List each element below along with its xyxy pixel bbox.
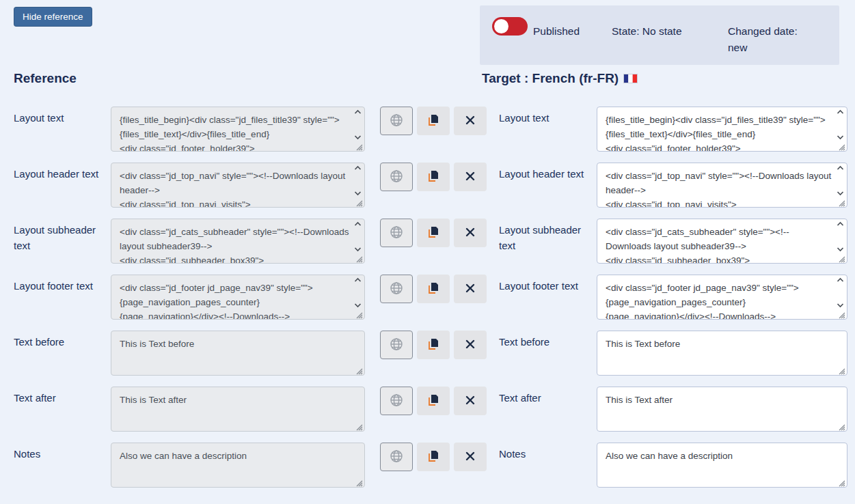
chevron-down-icon[interactable] — [837, 191, 844, 196]
reference-textarea[interactable]: This is Text after — [111, 387, 365, 432]
hide-reference-button[interactable]: Hide reference — [14, 7, 92, 27]
copy-icon — [426, 169, 441, 186]
reference-heading: Reference — [14, 71, 77, 86]
resize-grip-icon[interactable] — [355, 309, 363, 318]
x-icon — [465, 227, 475, 239]
chevron-up-icon[interactable] — [354, 277, 362, 283]
translate-globe-button[interactable] — [380, 163, 413, 191]
target-textarea[interactable]: Also we can have a description — [597, 443, 847, 488]
textarea-scrollbar[interactable] — [353, 109, 363, 140]
resize-grip-icon[interactable] — [355, 197, 363, 206]
reference-textarea[interactable]: This is Text before — [111, 331, 365, 376]
resize-grip-icon[interactable] — [837, 141, 845, 150]
target-textarea[interactable]: <div class="jd_cats_subheader" style="">… — [597, 219, 847, 264]
globe-icon — [390, 281, 403, 297]
chevron-down-icon[interactable] — [837, 135, 844, 140]
globe-icon — [390, 337, 403, 353]
state-text: State: No state — [612, 23, 682, 40]
resize-grip-icon[interactable] — [837, 309, 845, 318]
resize-grip-icon[interactable] — [355, 421, 363, 430]
x-icon — [465, 339, 475, 351]
clear-field-button[interactable] — [454, 275, 487, 303]
copy-icon — [426, 281, 441, 298]
chevron-up-icon[interactable] — [837, 109, 844, 115]
globe-icon — [390, 393, 403, 409]
translation-rows: Layout text {files_title_begin}<div clas… — [0, 101, 855, 488]
target-textarea[interactable]: <div class="jd_top_navi" style=""><!--Do… — [597, 163, 847, 208]
reference-field-label: Notes — [14, 443, 111, 462]
chevron-down-icon[interactable] — [354, 303, 362, 308]
textarea-scrollbar[interactable] — [353, 165, 363, 196]
textarea-scrollbar[interactable] — [353, 221, 363, 252]
textarea-scrollbar[interactable] — [835, 221, 845, 252]
chevron-down-icon[interactable] — [354, 135, 362, 140]
textarea-scrollbar[interactable] — [835, 277, 845, 308]
copy-reference-button[interactable] — [417, 443, 450, 471]
target-textarea[interactable]: This is Text after — [597, 387, 847, 432]
chevron-up-icon[interactable] — [354, 165, 362, 171]
textarea-scrollbar[interactable] — [353, 277, 363, 308]
reference-textarea[interactable]: <div class="jd_top_navi" style=""><!--Do… — [111, 163, 365, 208]
resize-grip-icon[interactable] — [837, 197, 845, 206]
globe-icon — [390, 225, 403, 241]
reference-textarea[interactable]: <div class="jd_cats_subheader" style="">… — [111, 219, 365, 264]
target-textarea[interactable]: {files_title_begin}<div class="jd_files_… — [597, 107, 847, 152]
chevron-up-icon[interactable] — [354, 109, 362, 115]
clear-field-button[interactable] — [454, 387, 487, 415]
published-toggle[interactable] — [492, 17, 528, 36]
reference-textarea[interactable]: Also we can have a description — [111, 443, 365, 488]
textarea-scrollbar[interactable] — [835, 165, 845, 196]
resize-grip-icon[interactable] — [355, 477, 363, 486]
target-textarea[interactable]: This is Text before — [597, 331, 847, 376]
clear-field-button[interactable] — [454, 107, 487, 135]
translate-globe-button[interactable] — [380, 107, 413, 135]
reference-field-label: Layout header text — [14, 163, 111, 182]
resize-grip-icon[interactable] — [837, 365, 845, 374]
target-field-label: Text after — [499, 387, 597, 406]
chevron-up-icon[interactable] — [837, 221, 844, 227]
resize-grip-icon[interactable] — [837, 477, 845, 486]
reference-textarea[interactable]: {files_title_begin}<div class="jd_files_… — [111, 107, 365, 152]
target-textarea[interactable]: <div class="jd_footer jd_page_nav39" sty… — [597, 275, 847, 320]
translation-row: Notes Also we can have a description — [14, 443, 847, 488]
clear-field-button[interactable] — [454, 219, 487, 247]
translate-globe-button[interactable] — [380, 387, 413, 415]
target-field-label: Layout subheader text — [499, 219, 597, 254]
chevron-up-icon[interactable] — [354, 221, 362, 227]
resize-grip-icon[interactable] — [355, 365, 363, 374]
copy-reference-button[interactable] — [417, 275, 450, 303]
chevron-up-icon[interactable] — [837, 277, 844, 283]
clear-field-button[interactable] — [454, 443, 487, 471]
published-label: Published — [533, 23, 580, 40]
translate-globe-button[interactable] — [380, 219, 413, 247]
copy-reference-button[interactable] — [417, 331, 450, 359]
reference-textarea[interactable]: <div class="jd_footer jd_page_nav39" sty… — [111, 275, 365, 320]
row-actions — [365, 443, 499, 471]
row-actions — [365, 107, 499, 135]
chevron-up-icon[interactable] — [837, 165, 844, 171]
clear-field-button[interactable] — [454, 331, 487, 359]
resize-grip-icon[interactable] — [355, 253, 363, 262]
textarea-scrollbar[interactable] — [835, 109, 845, 140]
translate-globe-button[interactable] — [380, 443, 413, 471]
resize-grip-icon[interactable] — [837, 421, 845, 430]
translation-row: Text before This is Text before — [14, 331, 847, 376]
x-icon — [465, 451, 475, 463]
clear-field-button[interactable] — [454, 163, 487, 191]
chevron-down-icon[interactable] — [837, 303, 844, 308]
chevron-down-icon[interactable] — [354, 247, 362, 252]
translate-globe-button[interactable] — [380, 275, 413, 303]
column-headings: Reference Target : French (fr-FR) — [0, 71, 855, 101]
copy-reference-button[interactable] — [417, 219, 450, 247]
copy-reference-button[interactable] — [417, 163, 450, 191]
resize-grip-icon[interactable] — [837, 253, 845, 262]
target-field-label: Layout header text — [499, 163, 597, 182]
chevron-down-icon[interactable] — [837, 247, 844, 252]
translate-globe-button[interactable] — [380, 331, 413, 359]
chevron-down-icon[interactable] — [354, 191, 362, 196]
target-field-label: Layout text — [499, 107, 597, 126]
row-actions — [365, 387, 499, 415]
resize-grip-icon[interactable] — [355, 141, 363, 150]
copy-reference-button[interactable] — [417, 107, 450, 135]
copy-reference-button[interactable] — [417, 387, 450, 415]
